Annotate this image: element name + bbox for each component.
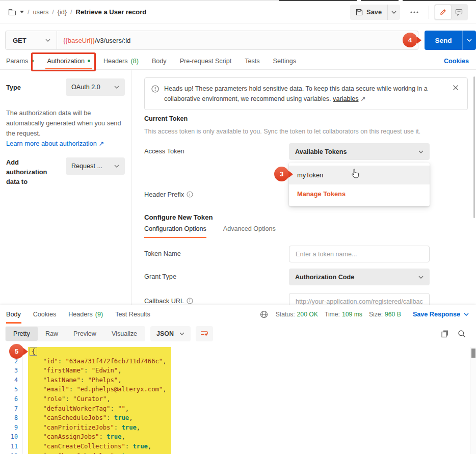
collection-folder-icon[interactable]: [8, 9, 16, 16]
tab-advanced-options[interactable]: Advanced Options: [223, 225, 276, 238]
breadcrumb-item-id[interactable]: {id}: [58, 9, 67, 16]
search-icon[interactable]: [458, 330, 466, 338]
mytoken-label: myToken: [297, 171, 323, 179]
code-line: 10 "canAssignJobs": true,: [0, 432, 470, 442]
learn-more-link[interactable]: Learn more about authorization ↗: [6, 139, 125, 149]
response-scrollbar-thumb[interactable]: [471, 349, 475, 358]
copy-icon[interactable]: [441, 330, 449, 338]
more-actions-button[interactable]: [405, 5, 424, 20]
view-preview[interactable]: Preview: [66, 327, 104, 341]
send-button[interactable]: Send: [425, 31, 462, 50]
format-value: JSON: [156, 330, 174, 337]
callback-url-text: Callback URL: [144, 297, 184, 305]
banner-message: Heads up! These parameters hold sensitiv…: [164, 85, 428, 102]
callback-url-label: Callback URL: [144, 297, 193, 305]
send-split-button: Send: [425, 31, 476, 50]
grant-type-select[interactable]: Authorization Code: [289, 269, 430, 285]
view-visualize[interactable]: Visualize: [104, 327, 145, 341]
tab-body-label: Body: [152, 58, 167, 65]
response-scrollbar[interactable]: [470, 347, 476, 454]
header-divider: [429, 6, 429, 19]
breadcrumb-separator: /: [52, 9, 54, 16]
token-dropdown-menu: myToken Manage Tokens: [289, 163, 430, 206]
url-input[interactable]: {{baseUrl}}/v3/users/:id: [57, 31, 418, 50]
code-line: 7 "defaultWorkerTag": "",: [0, 404, 470, 414]
auth-type-value: OAuth 2.0: [71, 84, 100, 91]
access-token-value: Available Tokens: [295, 148, 347, 155]
auth-panel-scrollbar[interactable]: [473, 76, 475, 218]
breadcrumb: / users / {id} / Retrieve a User record: [8, 8, 146, 16]
status-value: 200 OK: [297, 311, 318, 318]
tab-settings[interactable]: Settings: [267, 52, 303, 69]
size-label: Size:: [369, 311, 383, 318]
grant-type-value: Authorization Code: [295, 274, 354, 281]
token-name-input[interactable]: Enter a token name...: [289, 246, 430, 262]
menu-item-manage-tokens[interactable]: Manage Tokens: [289, 184, 430, 203]
variables-link[interactable]: variables: [333, 95, 358, 102]
sensitive-data-banner: Heads up! These parameters hold sensitiv…: [144, 77, 468, 110]
tab-headers[interactable]: Headers(8): [97, 52, 145, 69]
view-raw[interactable]: Raw: [38, 327, 66, 341]
code-line: 1{: [0, 347, 470, 357]
tab-tests[interactable]: Tests: [238, 52, 266, 69]
view-mode-control: Pretty Raw Preview Visualize: [5, 326, 145, 341]
manage-tokens-label: Manage Tokens: [297, 190, 346, 198]
send-options-caret[interactable]: [462, 31, 476, 50]
token-name-placeholder: Enter a token name...: [296, 251, 357, 258]
save-response-button[interactable]: Save Response: [413, 311, 469, 318]
annotation-badge-4: 4: [403, 33, 417, 47]
code-line: 4 "lastName": "Phelps",: [0, 376, 470, 385]
tab-tests-label: Tests: [245, 58, 259, 65]
learn-more-text: Learn more about authorization: [6, 140, 97, 147]
info-icon: [187, 298, 193, 304]
menu-item-mytoken[interactable]: myToken: [289, 166, 430, 184]
view-pretty[interactable]: Pretty: [6, 327, 38, 341]
comments-button[interactable]: [451, 5, 467, 19]
add-auth-data-label: Add authorization data to: [6, 157, 60, 186]
response-body-editor[interactable]: 1{2 "id": "63aa731f472f6cb711d7466c",3 "…: [0, 347, 470, 454]
tab-body[interactable]: Body: [145, 52, 173, 69]
grant-type-label: Grant Type: [144, 273, 176, 280]
method-select[interactable]: GET: [5, 31, 57, 50]
save-options-caret[interactable]: [387, 5, 400, 20]
auth-type-select[interactable]: OAuth 2.0: [66, 78, 125, 96]
response-tab-headers[interactable]: Headers (9): [62, 305, 109, 324]
code-lines: 1{2 "id": "63aa731f472f6cb711d7466c",3 "…: [0, 347, 470, 454]
url-variable: {{baseUrl}}: [63, 37, 95, 44]
globe-icon[interactable]: [260, 310, 268, 318]
save-label: Save: [366, 8, 382, 16]
add-auth-data-select[interactable]: Request ...: [66, 157, 125, 175]
callback-url-input[interactable]: http://your-application.com/registered/c…: [289, 293, 430, 305]
response-tab-test-results[interactable]: Test Results: [109, 305, 156, 324]
tab-prerequest-script[interactable]: Pre-request Script: [173, 52, 239, 69]
cookies-link[interactable]: Cookies: [444, 58, 471, 65]
tab-settings-label: Settings: [273, 58, 297, 65]
response-tab-cookies[interactable]: Cookies: [27, 305, 63, 324]
info-icon: [187, 191, 193, 198]
response-panel: Body Cookies Headers (9) Test Results St…: [0, 305, 476, 454]
request-header-bar: / users / {id} / Retrieve a User record …: [0, 1, 476, 23]
edit-documentation-button[interactable]: [435, 5, 451, 19]
current-token-description: This access token is only available to y…: [144, 128, 420, 135]
current-token-heading: Current Token: [144, 115, 188, 122]
configure-token-tabs: Configuration Options Advanced Options: [144, 225, 276, 238]
access-token-select[interactable]: Available Tokens: [289, 143, 430, 160]
response-headers-label: Headers: [68, 311, 93, 318]
wrap-text-button[interactable]: [196, 326, 213, 341]
response-headers-count: (9): [95, 311, 103, 318]
response-tab-body[interactable]: Body: [5, 305, 27, 324]
save-button[interactable]: Save: [350, 5, 387, 20]
access-token-label: Access Token: [144, 147, 184, 155]
tab-headers-count: (8): [131, 58, 139, 65]
hand-cursor-icon: [351, 169, 359, 179]
format-select[interactable]: JSON: [150, 326, 191, 341]
save-split-button: Save: [350, 5, 400, 20]
breadcrumb-caret-icon[interactable]: [20, 11, 24, 13]
header-prefix-label: Header Prefix: [144, 191, 193, 198]
close-icon[interactable]: [451, 84, 461, 104]
response-view-toolbar: Pretty Raw Preview Visualize JSON: [0, 324, 476, 344]
breadcrumb-item-users[interactable]: users: [33, 9, 49, 16]
tab-headers-label: Headers: [103, 58, 128, 65]
auth-detail-panel: Heads up! These parameters hold sensitiv…: [131, 70, 476, 305]
tab-configuration-options[interactable]: Configuration Options: [144, 225, 206, 238]
